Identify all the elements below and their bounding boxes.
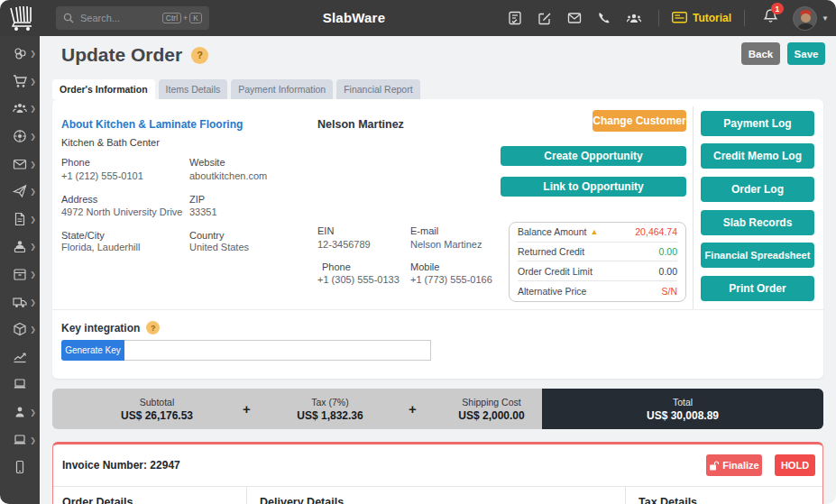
sidebar-item-customers[interactable]: ❯ xyxy=(0,95,40,123)
website-label: Website xyxy=(189,157,225,168)
tutorial-button[interactable]: Tutorial xyxy=(672,12,731,24)
payment-log-button[interactable]: Payment Log xyxy=(701,111,814,136)
generate-key-button[interactable]: Generate Key xyxy=(61,340,124,361)
compose-icon[interactable] xyxy=(537,11,552,25)
zip-label: ZIP xyxy=(189,194,205,205)
tax-section: Tax (7%) US$ 1,832.36 xyxy=(247,389,413,429)
sidebar-item-mail[interactable]: ❯ xyxy=(0,150,40,178)
sidebar-item-shipping[interactable]: ❯ xyxy=(0,288,40,316)
divider xyxy=(744,10,745,26)
email-label: E-mail xyxy=(410,225,438,236)
back-button[interactable]: Back xyxy=(741,42,780,65)
group-icon[interactable] xyxy=(627,11,641,25)
link-to-opportunity-button[interactable]: Link to Opportunity xyxy=(501,177,686,197)
contact-name: Nelson Martinez xyxy=(317,118,404,131)
address-label: Address xyxy=(61,194,97,205)
order-details-header: Order Details xyxy=(62,496,133,504)
print-order-button[interactable]: Print Order xyxy=(701,276,814,301)
kbd-ctrl: Ctrl xyxy=(162,13,181,24)
sidebar-item-documents[interactable]: ❯ xyxy=(0,206,40,234)
total-value: US$ 30,008.89 xyxy=(647,409,719,422)
sidebar-item-mobile[interactable] xyxy=(0,454,40,481)
tax-details-header: Tax Details xyxy=(638,496,697,504)
change-customer-button[interactable]: Change Customer xyxy=(593,110,686,132)
divider xyxy=(246,486,247,504)
slabware-logo-icon[interactable] xyxy=(7,5,36,32)
balance-row: Alternative Price S/N xyxy=(518,281,677,301)
shipping-value: US$ 2,000.00 xyxy=(458,409,524,422)
customer-subtitle: Kitchen & Bath Center xyxy=(61,137,160,148)
key-integration-title: Key integration ? xyxy=(61,321,160,334)
tutorial-label: Tutorial xyxy=(693,12,731,24)
tasks-icon[interactable] xyxy=(508,11,522,25)
order-credit-limit-value: 0.00 xyxy=(659,266,677,277)
key-input[interactable] xyxy=(124,340,431,361)
subtotal-section: Subtotal US$ 26,176.53 xyxy=(52,389,262,429)
sidebar-item-pos[interactable] xyxy=(0,371,40,399)
sidebar-item-workstation[interactable]: ❯ xyxy=(0,426,40,454)
contact-phone-label: Phone xyxy=(322,261,351,272)
tutorial-icon xyxy=(672,12,687,24)
notifications-button[interactable]: 1 xyxy=(763,8,778,28)
app-title: SlabWare xyxy=(271,0,437,36)
balance-row: Returned Credit 0.00 xyxy=(518,243,677,262)
divider xyxy=(53,486,822,487)
delivery-details-header: Delivery Details xyxy=(260,496,344,504)
notification-badge: 1 xyxy=(771,3,784,14)
financial-spreadsheet-button[interactable]: Financial Spreadsheet xyxy=(701,243,814,268)
save-button[interactable]: Save xyxy=(787,42,825,65)
content: Update Order ? Back Save Order's Informa… xyxy=(40,36,836,504)
total-section: Total US$ 30,008.89 xyxy=(542,389,823,429)
search-input[interactable]: Search... Ctrl + K xyxy=(56,6,209,30)
help-icon[interactable]: ? xyxy=(146,321,160,334)
sidebar-item-campaigns[interactable]: ❯ xyxy=(0,178,40,206)
divider xyxy=(625,486,626,504)
ein-label: EIN xyxy=(317,225,334,236)
credit-memo-log-button[interactable]: Credit Memo Log xyxy=(701,143,814,169)
order-info-card: About Kitchen & Laminate Flooring Kitche… xyxy=(52,99,823,379)
ein-value: 12-3456789 xyxy=(317,239,371,250)
balance-row: Order Credit Limit 0.00 xyxy=(518,261,677,281)
warning-icon: ▲ xyxy=(590,227,598,236)
balance-box: Balance Amount▲ 20,464.74 Returned Credi… xyxy=(509,222,686,302)
balance-row: Balance Amount▲ 20,464.74 xyxy=(518,223,677,243)
page-title: Update Order ? xyxy=(61,44,208,66)
sidebar-item-slabs[interactable]: ❯ xyxy=(0,40,40,68)
tabs: Order's Information Items Details Paymen… xyxy=(52,79,420,99)
mail-icon[interactable] xyxy=(567,11,582,25)
hold-button[interactable]: HOLD xyxy=(775,454,815,476)
contact-phone-value: +1 (305) 555-0133 xyxy=(317,274,400,285)
create-opportunity-button[interactable]: Create Opportunity xyxy=(501,146,686,166)
sidebar-item-disc[interactable]: ❯ xyxy=(0,123,40,151)
sidebar: ❯ ❯ ❯ ❯ ❯ ❯ ❯ ❯ ❯ ❯ ❯ ❯ ❯ xyxy=(0,36,40,504)
tab-items-details[interactable]: Items Details xyxy=(159,79,228,99)
summary-bar: Subtotal US$ 26,176.53 + Tax (7%) US$ 1,… xyxy=(52,389,823,429)
phone-value: +1 (212) 555-0101 xyxy=(61,170,143,181)
phone-icon[interactable] xyxy=(597,11,611,25)
slab-records-button[interactable]: Slab Records xyxy=(701,210,814,235)
country-value: United States xyxy=(189,242,249,252)
customer-company-link[interactable]: About Kitchen & Laminate Flooring xyxy=(61,118,243,131)
state-value: Florida, Lauderhill xyxy=(61,242,140,252)
sidebar-item-packages[interactable]: ❯ xyxy=(0,316,40,344)
chevron-down-icon[interactable]: ▼ xyxy=(822,14,829,23)
sidebar-item-reports[interactable] xyxy=(0,344,40,371)
help-icon[interactable]: ? xyxy=(191,47,208,64)
tab-payment-information[interactable]: Payment Information xyxy=(231,79,333,99)
tab-financial-report[interactable]: Financial Report xyxy=(336,79,419,99)
tab-orders-information[interactable]: Order's Information xyxy=(52,79,155,99)
search-icon xyxy=(63,13,74,23)
returned-credit-value: 0.00 xyxy=(659,246,677,257)
avatar[interactable] xyxy=(793,6,817,31)
divider xyxy=(52,309,823,310)
sidebar-item-user[interactable]: ❯ xyxy=(0,399,40,426)
subtotal-value: US$ 26,176.53 xyxy=(121,409,193,422)
finalize-button[interactable]: Finalize xyxy=(706,454,762,476)
sidebar-item-vendor[interactable]: ❯ xyxy=(0,233,40,261)
sidebar-item-orders[interactable]: ❯ xyxy=(0,68,40,96)
invoice-number: Invoice Number: 22947 xyxy=(62,459,180,472)
balance-amount-value: 20,464.74 xyxy=(635,226,677,237)
topbar: Search... Ctrl + K SlabWare Tutorial 1 ▼ xyxy=(0,0,836,36)
sidebar-item-inventory[interactable]: ❯ xyxy=(0,261,40,289)
order-log-button[interactable]: Order Log xyxy=(701,177,814,202)
